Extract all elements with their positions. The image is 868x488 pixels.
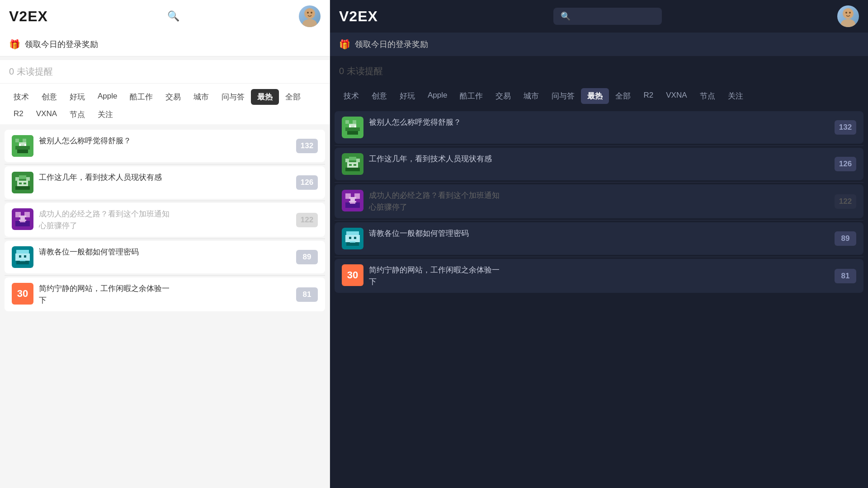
topic-count-4: 89 [296, 250, 318, 264]
svg-rect-6 [15, 139, 19, 142]
svg-rect-56 [354, 164, 356, 166]
left-search-button[interactable]: 🔍 [164, 7, 182, 25]
topic-title-4: 请教各位一般都如何管理密码 [39, 246, 291, 258]
svg-rect-52 [356, 159, 360, 162]
left-topic-item-4[interactable]: 请教各位一般都如何管理密码 89 [5, 241, 325, 273]
right-topic-title-1: 被别人怎么称呼觉得舒服？ [369, 117, 829, 128]
cat-创意-right[interactable]: 创意 [365, 88, 393, 104]
topic-title-3: 成功人的必经之路？看到这个加班通知心脏骤停了 [39, 208, 291, 231]
right-avatar[interactable] [837, 5, 859, 27]
cat-交易-left[interactable]: 交易 [159, 89, 187, 105]
svg-point-40 [849, 12, 851, 14]
svg-rect-30 [16, 250, 29, 253]
right-topic-avatar-4 [342, 228, 363, 249]
right-panel: V2EX 🔍 🎁 领取今日的登录奖励 0 未读提醒 技术 创意 好玩 [330, 0, 868, 488]
right-topic-item-2[interactable]: 工作这几年，看到技术人员现状有感 126 [335, 148, 863, 180]
right-search-input[interactable]: 🔍 [553, 8, 662, 25]
topic-avatar-4 [12, 246, 33, 268]
topic-title-1: 被别人怎么称呼觉得舒服？ [39, 135, 291, 147]
cat-vxna-right[interactable]: VXNA [660, 88, 693, 104]
left-header: V2EX 🔍 [0, 0, 330, 33]
left-panel: V2EX 🔍 🎁 领取今日的登录奖励 0 未读提醒 技术 创意 好玩 [0, 0, 330, 488]
cat-酷工作-left[interactable]: 酷工作 [123, 89, 159, 105]
right-search-area: 🔍 [387, 8, 828, 25]
left-reward-bar[interactable]: 🎁 领取今日的登录奖励 [0, 33, 330, 56]
left-topic-item-3[interactable]: 成功人的必经之路？看到这个加班通知心脏骤停了 122 [5, 203, 325, 237]
cat-apple-right[interactable]: Apple [421, 88, 453, 104]
cat-问与答-left[interactable]: 问与答 [215, 89, 251, 105]
right-header: V2EX 🔍 [330, 0, 868, 33]
topic-avatar-3 [12, 208, 33, 230]
svg-point-4 [311, 12, 312, 14]
left-topic-item-2[interactable]: 工作这几年，看到技术人员现状有感 126 [5, 166, 325, 199]
cat-最热-left[interactable]: 最热 [251, 89, 279, 105]
svg-rect-63 [355, 199, 357, 201]
cat-r2-left[interactable]: R2 [7, 107, 30, 122]
right-topic-count-3: 122 [835, 194, 856, 209]
topic-count-1: 132 [296, 139, 318, 153]
svg-rect-42 [345, 120, 349, 124]
cat-节点-left[interactable]: 节点 [63, 107, 91, 122]
left-topic-list: 被别人怎么称呼觉得舒服？ 132 工作这几年，看到技术人员现状 [0, 124, 330, 317]
svg-rect-62 [348, 199, 350, 201]
cat-城市-left[interactable]: 城市 [187, 89, 215, 105]
svg-point-39 [845, 12, 847, 14]
svg-rect-27 [25, 217, 27, 220]
search-icon-right: 🔍 [561, 11, 571, 21]
cat-vxna-left[interactable]: VXNA [30, 107, 63, 122]
right-divider-4 [335, 257, 863, 257]
right-topic-avatar-5: 30 [342, 264, 363, 286]
search-icon: 🔍 [167, 10, 179, 22]
topic-count-2: 126 [296, 175, 318, 190]
cat-酷工作-right[interactable]: 酷工作 [453, 88, 489, 104]
topic-content-3: 成功人的必经之路？看到这个加班通知心脏骤停了 [39, 208, 291, 231]
left-avatar[interactable] [299, 5, 321, 27]
svg-rect-18 [15, 186, 30, 190]
topic-avatar-number: 30 [17, 288, 28, 300]
topic-count-3: 122 [296, 213, 318, 227]
cat-好玩-left[interactable]: 好玩 [63, 89, 91, 105]
cat-apple-left[interactable]: Apple [91, 89, 123, 105]
cat-最热-right[interactable]: 最热 [581, 88, 609, 104]
cat-城市-right[interactable]: 城市 [517, 88, 545, 104]
right-topic-content-4: 请教各位一般都如何管理密码 [369, 228, 829, 239]
svg-rect-51 [349, 157, 356, 160]
svg-rect-31 [15, 253, 30, 261]
svg-rect-26 [18, 217, 20, 220]
topic-count-5: 81 [296, 287, 318, 302]
cat-技术-right[interactable]: 技术 [337, 88, 365, 104]
svg-rect-71 [350, 241, 355, 243]
right-topic-title-3: 成功人的必经之路？看到这个加班通知心脏骤停了 [369, 190, 829, 213]
cat-节点-right[interactable]: 节点 [693, 88, 722, 104]
right-reward-bar[interactable]: 🎁 领取今日的登录奖励 [330, 33, 868, 56]
svg-rect-43 [353, 120, 356, 124]
cat-全部-left[interactable]: 全部 [279, 89, 307, 105]
left-topic-item-5[interactable]: 30 简约宁静的网站，工作闲暇之余体验一下 81 [5, 277, 325, 311]
cat-创意-left[interactable]: 创意 [35, 89, 63, 105]
right-topic-item-1[interactable]: 被别人怎么称呼觉得舒服？ 132 [335, 111, 863, 144]
right-topic-title-5: 简约宁静的网站，工作闲暇之余体验一下 [369, 264, 829, 287]
gift-icon-right: 🎁 [339, 39, 350, 50]
svg-point-1 [302, 19, 317, 27]
svg-rect-17 [17, 181, 28, 186]
cat-技术-left[interactable]: 技术 [7, 89, 35, 105]
left-topic-item-1[interactable]: 被别人怎么称呼觉得舒服？ 132 [5, 130, 325, 162]
right-topic-title-2: 工作这几年，看到技术人员现状有感 [369, 153, 829, 165]
cat-关注-left[interactable]: 关注 [91, 107, 119, 122]
right-topic-item-5[interactable]: 30 简约宁静的网站，工作闲暇之余体验一下 81 [335, 259, 863, 293]
right-categories: 技术 创意 好玩 Apple 酷工作 交易 城市 问与答 最热 全部 R2 VX… [330, 83, 868, 106]
cat-问与答-right[interactable]: 问与答 [545, 88, 581, 104]
cat-r2-right[interactable]: R2 [637, 88, 660, 104]
svg-rect-48 [354, 126, 356, 127]
cat-好玩-right[interactable]: 好玩 [393, 88, 421, 104]
cat-交易-right[interactable]: 交易 [489, 88, 517, 104]
cat-关注-right[interactable]: 关注 [722, 88, 750, 104]
svg-rect-53 [347, 162, 358, 168]
right-topic-item-4[interactable]: 请教各位一般都如何管理密码 89 [335, 222, 863, 255]
right-topic-item-3[interactable]: 成功人的必经之路？看到这个加班通知心脏骤停了 122 [335, 184, 863, 218]
svg-rect-50 [345, 159, 349, 162]
cat-全部-right[interactable]: 全部 [609, 88, 637, 104]
right-topic-count-1: 132 [835, 120, 856, 135]
right-divider-1 [335, 145, 863, 146]
svg-rect-10 [17, 150, 28, 153]
